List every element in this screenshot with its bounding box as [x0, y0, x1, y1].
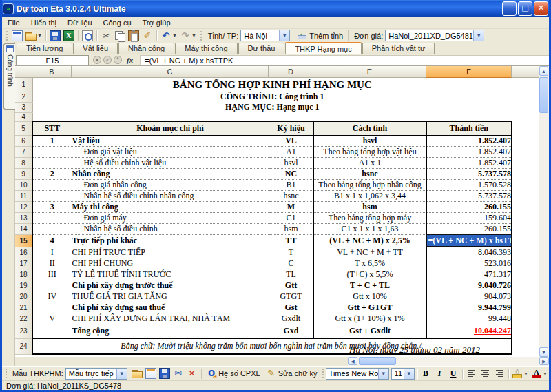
cell-F20[interactable]: 904.073	[426, 291, 512, 302]
cell-C15[interactable]: Trực tiếp phí khác	[72, 234, 269, 247]
province-select[interactable]: Hà Nội ▼	[240, 30, 290, 41]
cell-B14[interactable]	[32, 223, 72, 234]
cell-C6[interactable]: Vật liệu	[72, 135, 269, 146]
cell-C12[interactable]: Máy thi công	[72, 201, 269, 212]
format-painter-button[interactable]	[141, 30, 154, 42]
cell-B5[interactable]: STT	[32, 121, 72, 135]
cell-B10[interactable]	[32, 179, 72, 190]
cell-B20[interactable]: IV	[32, 291, 72, 302]
delete-template-button[interactable]	[186, 367, 198, 380]
cell-F6[interactable]: 1.852.407	[426, 135, 512, 146]
cell-B19[interactable]	[32, 280, 72, 291]
minimize-button[interactable]: ─	[502, 1, 517, 16]
align-center-button[interactable]	[479, 367, 492, 380]
cell-E7[interactable]: Theo bảng tổng hợp vật liệu	[313, 146, 426, 157]
cell-B13[interactable]	[32, 212, 72, 223]
tab-thkp-hang-muc[interactable]: THKP Hạng mục	[285, 42, 361, 54]
cell-E9[interactable]: hsnc	[313, 168, 426, 179]
paste-button[interactable]	[127, 30, 140, 42]
save-template-button[interactable]	[158, 367, 171, 380]
maximize-button[interactable]: □	[518, 1, 532, 16]
enter-icon[interactable]: ✓	[103, 56, 112, 64]
cell-B16[interactable]: I	[32, 247, 72, 258]
vertical-scrollbar[interactable]: ▲ ▼	[539, 66, 549, 357]
unit-price-select[interactable]: HaNoi_2011XD_DG5481 ▼	[385, 30, 484, 41]
cell-F22[interactable]: 99.448	[426, 313, 512, 324]
cell-C13[interactable]: - Đơn giá máy	[72, 212, 269, 223]
cell-F10[interactable]: 1.570.528	[426, 179, 512, 190]
cell-F16[interactable]: 8.046.393	[426, 247, 512, 258]
expand-icon[interactable]: ˄	[114, 56, 122, 64]
formula-input[interactable]: =(VL + NC + M) x hsTTPK	[140, 55, 549, 65]
cell-B17[interactable]: II	[32, 258, 72, 269]
cell-E13[interactable]: Theo bảng tổng hợp máy	[313, 212, 426, 223]
chevron-down-icon[interactable]: ▼	[404, 369, 414, 379]
cell-E10[interactable]: Theo bảng tổng hợp nhân công	[313, 179, 426, 190]
cell-E14[interactable]: C1 x 1 x 1 x 1,63	[313, 223, 426, 234]
cell-D21[interactable]: Gst	[269, 302, 313, 313]
side-tab-cong-trinh[interactable]: Công trình	[3, 43, 15, 110]
function-icon[interactable]: fx	[127, 56, 133, 64]
scroll-up-icon[interactable]: ▲	[539, 66, 548, 76]
cell-F21[interactable]: 9.944.799	[426, 302, 512, 313]
cell-B2[interactable]: CÔNG TRÌNH: Công trình 1	[32, 92, 512, 102]
cell-E6[interactable]: hsvl	[313, 135, 426, 146]
cell-D12[interactable]: M	[269, 201, 313, 212]
row-header-20[interactable]: 20	[15, 291, 32, 302]
redo-button[interactable]: ▼	[179, 30, 197, 42]
tab-du-thau[interactable]: Dự thầu	[238, 43, 285, 54]
cell-F14[interactable]: 260.155	[426, 223, 512, 234]
cell-D7[interactable]: A1	[269, 146, 313, 157]
menu-item-cong-cu[interactable]: Công cụ	[98, 18, 137, 28]
cut-button[interactable]	[100, 30, 112, 42]
cell-E21[interactable]: Gtt + GTGT	[313, 302, 426, 313]
cell-B18[interactable]: III	[32, 269, 72, 280]
cell-E19[interactable]: T + C + TL	[313, 280, 426, 291]
font-select[interactable]: Times New Roman ▼	[326, 368, 389, 380]
cell-E22[interactable]: Gtt x (1+ 10%) x 1%	[313, 313, 426, 324]
cell-B22[interactable]: V	[32, 313, 72, 324]
cell-F18[interactable]: 471.317	[426, 269, 512, 280]
copy-button[interactable]	[114, 30, 126, 42]
row-header-18[interactable]: 18	[15, 269, 32, 280]
italic-button[interactable]: I	[433, 367, 446, 380]
chevron-down-icon[interactable]: ▼	[37, 33, 42, 38]
horizontal-scroll-thumb[interactable]	[359, 357, 396, 365]
tab-phan-tich-vat-tu[interactable]: Phân tích vật tư	[362, 43, 435, 54]
save-button[interactable]	[49, 30, 61, 42]
cell-E20[interactable]: Gtt x 10%	[313, 291, 426, 302]
cell-E16[interactable]: VL + NC + M + TT	[313, 247, 426, 258]
share-template-button[interactable]	[172, 367, 185, 380]
cell-C22[interactable]: CHI PHÍ XÂY DỰNG LÁN TRẠI, NHÀ TẠM	[72, 313, 269, 324]
row-header-21[interactable]: 21	[15, 302, 32, 313]
vertical-scroll-thumb[interactable]	[539, 77, 548, 113]
row-header-19[interactable]: 19	[15, 280, 32, 291]
tab-vat-lieu[interactable]: Vật liệu	[73, 43, 118, 54]
chevron-down-icon[interactable]: ▼	[191, 33, 196, 38]
cell-B7[interactable]	[32, 146, 72, 157]
cell-D16[interactable]: T	[269, 247, 313, 258]
scroll-left-icon[interactable]: ◀	[348, 357, 357, 365]
cell-C23[interactable]: Tổng cộng	[72, 324, 269, 338]
cell-D11[interactable]: hsnc	[269, 190, 313, 201]
menu-item-file[interactable]: File	[2, 18, 25, 28]
menu-item-hien-thi[interactable]: Hiển thị	[25, 18, 62, 28]
scroll-right-icon[interactable]: ▶	[539, 357, 549, 365]
row-header-2[interactable]: 2	[15, 92, 32, 102]
cell-F12[interactable]: 260.155	[426, 201, 512, 212]
col-header-D[interactable]: D	[269, 66, 313, 78]
fill-color-button[interactable]: ▼	[511, 367, 529, 380]
row-header-5[interactable]: 5	[15, 121, 32, 135]
chevron-down-icon[interactable]: ▼	[172, 33, 177, 38]
cell-D14[interactable]: hsm	[269, 223, 313, 234]
open-button[interactable]: ▼	[25, 30, 43, 42]
bold-button[interactable]: B	[419, 367, 432, 380]
cell-B8[interactable]	[32, 157, 72, 168]
cell-B1[interactable]: BẢNG TỔNG HỢP KINH PHÍ HẠNG MỤC	[32, 78, 512, 92]
tab-may-thi-cong[interactable]: Máy thi công	[175, 43, 237, 54]
row-header-9[interactable]: 9	[15, 168, 32, 179]
horizontal-scrollbar[interactable]: ◀ ▶	[348, 357, 549, 366]
new-project-button[interactable]	[11, 30, 23, 42]
cell-D17[interactable]: C	[269, 258, 313, 269]
cell-reference-box[interactable]: F15	[16, 55, 89, 65]
